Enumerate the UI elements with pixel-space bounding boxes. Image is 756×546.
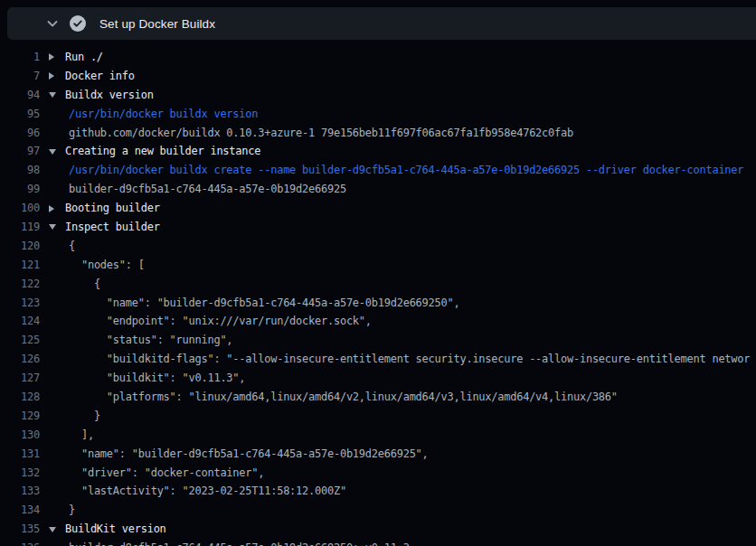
log-line: 121 "nodes": [ (0, 256, 756, 275)
log-line-number[interactable]: 132 (0, 464, 40, 483)
log-line-number[interactable]: 98 (0, 161, 40, 180)
log-line-number[interactable]: 126 (0, 350, 40, 369)
log-output-text: ], (69, 426, 94, 445)
log-line-number[interactable]: 96 (0, 124, 40, 143)
group-toggle[interactable] (49, 53, 65, 61)
log-output-text: "buildkit": "v0.11.3", (69, 369, 245, 388)
log-output-text: "endpoint": "unix:///var/run/docker.sock… (69, 312, 372, 331)
group-toggle[interactable] (49, 72, 65, 80)
log-lines: 1 Run ./ 7 Docker info 94 Buildx version… (0, 48, 756, 546)
check-circle-icon (70, 15, 86, 32)
log-line: 122 { (0, 275, 756, 294)
log-line-number[interactable]: 97 (0, 142, 40, 161)
log-line: 94 Buildx version (0, 86, 756, 105)
log-group-title[interactable]: Run ./ (65, 48, 103, 67)
log-line: 131 "name": "builder-d9cfb5a1-c764-445a-… (0, 445, 756, 464)
log-output-text: "lastActivity": "2023-02-25T11:58:12.000… (69, 482, 346, 501)
log-line-number[interactable]: 135 (0, 520, 40, 539)
log-line-number[interactable]: 121 (0, 256, 40, 275)
log-output-text: } (69, 407, 100, 426)
log-line: 119 Inspect builder (0, 218, 756, 237)
log-line: 99 builder-d9cfb5a1-c764-445a-a57e-0b19d… (0, 180, 756, 199)
group-toggle[interactable] (49, 205, 65, 212)
triangle-right-icon[interactable] (49, 53, 54, 61)
log-group-title[interactable]: Docker info (65, 67, 135, 86)
log-output-text: "driver": "docker-container", (69, 464, 264, 483)
log-output-text: "name": "builder-d9cfb5a1-c764-445a-a57e… (69, 445, 429, 464)
log-line-number[interactable]: 95 (0, 105, 40, 124)
log-output-text: builder-d9cfb5a1-c764-445a-a57e-0b19d2e6… (69, 539, 410, 546)
log-line: 136 builder-d9cfb5a1-c764-445a-a57e-0b19… (0, 539, 756, 546)
triangle-down-icon[interactable] (49, 149, 56, 155)
log-output-text: } (69, 501, 75, 520)
log-line-number[interactable]: 1 (0, 48, 40, 67)
log-line-number[interactable]: 125 (0, 331, 40, 350)
log-command-text: /usr/bin/docker buildx version (69, 105, 258, 124)
triangle-down-icon[interactable] (49, 92, 56, 98)
log-line-number[interactable]: 124 (0, 312, 40, 331)
log-output-text: "name": "builder-d9cfb5a1-c764-445a-a57e… (69, 294, 459, 313)
log-line-number[interactable]: 123 (0, 294, 40, 313)
log-line: 120 { (0, 237, 756, 256)
group-toggle[interactable] (49, 527, 65, 532)
log-line-number[interactable]: 130 (0, 426, 40, 445)
log-line: 133 "lastActivity": "2023-02-25T11:58:12… (0, 482, 756, 501)
triangle-down-icon[interactable] (49, 224, 56, 230)
log-line: 126 "buildkitd-flags": "--allow-insecure… (0, 350, 756, 369)
log-line: 125 "status": "running", (0, 331, 756, 350)
log-line-number[interactable]: 100 (0, 199, 40, 218)
triangle-down-icon[interactable] (49, 527, 56, 532)
log-line-number[interactable]: 122 (0, 275, 40, 294)
log-line: 97 Creating a new builder instance (0, 142, 756, 161)
step-header[interactable]: Set up Docker Buildx (7, 7, 756, 40)
log-line-number[interactable]: 129 (0, 407, 40, 426)
group-toggle[interactable] (49, 224, 65, 230)
log-line-number[interactable]: 99 (0, 180, 40, 199)
log-group-title[interactable]: Buildx version (65, 86, 154, 105)
log-group-title[interactable]: BuildKit version (65, 520, 166, 539)
log-command-text: /usr/bin/docker buildx create --name bui… (69, 161, 743, 180)
chevron-down-icon[interactable] (47, 18, 58, 29)
log-line-number[interactable]: 131 (0, 445, 40, 464)
step-log-viewer: Set up Docker Buildx 1 Run ./ 7 Docker i… (0, 7, 756, 546)
log-output-text: builder-d9cfb5a1-c764-445a-a57e-0b19d2e6… (69, 180, 346, 199)
triangle-right-icon[interactable] (49, 205, 54, 212)
log-line: 135 BuildKit version (0, 520, 756, 539)
log-line-number[interactable]: 133 (0, 482, 40, 501)
log-line: 98 /usr/bin/docker buildx create --name … (0, 161, 756, 180)
log-line: 127 "buildkit": "v0.11.3", (0, 369, 756, 388)
log-output-text: "status": "running", (69, 331, 232, 350)
log-output-text: "nodes": [ (69, 256, 145, 275)
log-line-number[interactable]: 127 (0, 369, 40, 388)
step-title: Set up Docker Buildx (99, 17, 215, 31)
log-line: 123 "name": "builder-d9cfb5a1-c764-445a-… (0, 294, 756, 313)
log-line: 100 Booting builder (0, 199, 756, 218)
log-line-number[interactable]: 136 (0, 539, 40, 546)
log-line: 134 } (0, 501, 756, 520)
log-group-title[interactable]: Inspect builder (65, 218, 160, 237)
log-group-title[interactable]: Booting builder (65, 199, 160, 218)
log-line-number[interactable]: 134 (0, 501, 40, 520)
log-line: 128 "platforms": "linux/amd64,linux/amd6… (0, 388, 756, 407)
log-line: 124 "endpoint": "unix:///var/run/docker.… (0, 312, 756, 331)
log-output-text: "buildkitd-flags": "--allow-insecure-ent… (69, 350, 750, 369)
log-line-number[interactable]: 120 (0, 237, 40, 256)
log-line-number[interactable]: 7 (0, 67, 40, 86)
log-output-text: "platforms": "linux/amd64,linux/amd64/v2… (69, 388, 618, 407)
log-line-number[interactable]: 119 (0, 218, 40, 237)
log-output-text: { (69, 275, 100, 294)
log-output-text: { (69, 237, 75, 256)
group-toggle[interactable] (49, 92, 65, 98)
log-line: 130 ], (0, 426, 756, 445)
log-line-number[interactable]: 128 (0, 388, 40, 407)
log-line: 132 "driver": "docker-container", (0, 464, 756, 483)
log-line-number[interactable]: 94 (0, 86, 40, 105)
log-line: 7 Docker info (0, 67, 756, 86)
log-line: 96 github.com/docker/buildx 0.10.3+azure… (0, 124, 756, 143)
triangle-right-icon[interactable] (49, 72, 54, 80)
group-toggle[interactable] (49, 149, 65, 155)
log-output-text: github.com/docker/buildx 0.10.3+azure-1 … (69, 124, 573, 143)
log-line: 129 } (0, 407, 756, 426)
log-line: 1 Run ./ (0, 48, 756, 67)
log-group-title[interactable]: Creating a new builder instance (65, 142, 260, 161)
